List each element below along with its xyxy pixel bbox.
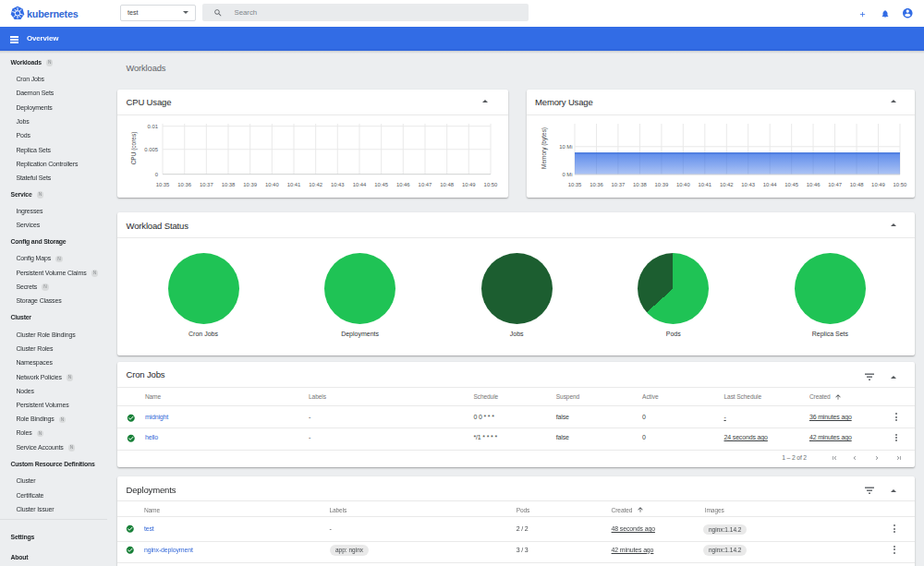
svg-text:0.01: 0.01	[148, 124, 158, 129]
svg-text:10:35: 10:35	[567, 182, 581, 187]
svg-text:0.005: 0.005	[144, 147, 158, 152]
svg-text:10:35: 10:35	[156, 182, 170, 187]
svg-text:10:37: 10:37	[611, 182, 625, 187]
svg-text:10:49: 10:49	[871, 182, 885, 187]
svg-text:10:50: 10:50	[484, 182, 498, 187]
svg-text:10:49: 10:49	[462, 182, 476, 187]
svg-text:0 Mi: 0 Mi	[562, 172, 572, 177]
svg-text:10 Mi: 10 Mi	[559, 144, 572, 150]
svg-text:10:36: 10:36	[177, 182, 191, 187]
svg-text:10:41: 10:41	[698, 182, 711, 187]
svg-text:10:40: 10:40	[675, 182, 689, 187]
svg-text:10:39: 10:39	[243, 182, 257, 187]
svg-text:Memory (bytes): Memory (bytes)	[541, 127, 548, 169]
svg-text:CPU (cores): CPU (cores)	[130, 132, 138, 165]
svg-text:0: 0	[155, 172, 159, 177]
svg-text:10:45: 10:45	[374, 182, 388, 187]
svg-text:10:48: 10:48	[849, 182, 863, 187]
svg-text:10:40: 10:40	[265, 182, 279, 187]
svg-text:10:46: 10:46	[806, 182, 820, 187]
svg-text:10:43: 10:43	[331, 182, 345, 187]
svg-text:10:42: 10:42	[309, 182, 322, 187]
svg-text:10:36: 10:36	[590, 182, 603, 187]
svg-text:10:43: 10:43	[741, 182, 755, 187]
svg-text:10:44: 10:44	[353, 182, 367, 187]
svg-text:10:45: 10:45	[784, 182, 798, 187]
svg-text:10:42: 10:42	[719, 182, 733, 187]
svg-text:10:48: 10:48	[440, 182, 454, 187]
svg-text:10:38: 10:38	[633, 182, 647, 187]
svg-text:10:37: 10:37	[200, 182, 213, 187]
svg-text:10:50: 10:50	[893, 182, 906, 187]
svg-text:10:39: 10:39	[654, 182, 668, 187]
svg-text:10:44: 10:44	[762, 182, 776, 187]
svg-text:10:47: 10:47	[828, 182, 842, 187]
svg-text:10:46: 10:46	[396, 182, 410, 187]
svg-text:10:47: 10:47	[419, 182, 432, 187]
svg-text:10:41: 10:41	[287, 182, 301, 187]
svg-text:10:38: 10:38	[222, 182, 236, 187]
